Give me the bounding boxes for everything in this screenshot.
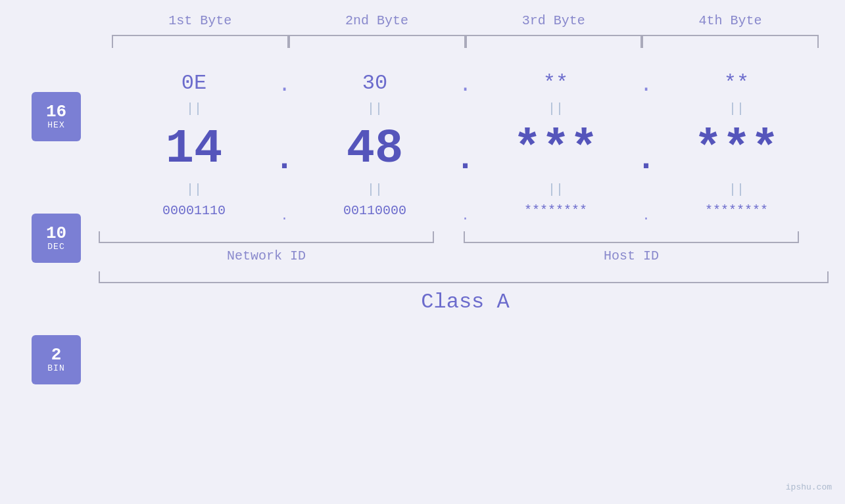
network-id-label: Network ID: [99, 248, 434, 263]
dec-dot-1: .: [270, 121, 299, 178]
dec-row: 14 . 48 . *** . ***: [99, 119, 832, 179]
eq-4: ||: [661, 99, 812, 119]
dec-val-4: ***: [661, 119, 812, 179]
hex-badge-number: 16: [46, 103, 66, 120]
class-label: Class A: [99, 290, 832, 314]
hex-val-1: 0E: [118, 61, 270, 99]
bracket-spacer-1: [434, 231, 464, 243]
class-bracket-container: [99, 271, 832, 283]
hex-row: 0E . 30 . ** . **: [99, 61, 832, 99]
network-id-bracket: [99, 231, 434, 243]
bottom-labels-row: Network ID Host ID: [99, 248, 832, 263]
data-rows: 0E . 30 . ** . ** || || || || 14: [99, 61, 832, 228]
bin-val-1: 00001110: [118, 200, 270, 228]
eq-2: ||: [299, 99, 450, 119]
top-brackets: [99, 35, 832, 48]
host-id-label: Host ID: [464, 248, 799, 263]
bin-row: 00001110 . 00110000 . ******** . *******…: [99, 200, 832, 228]
bin-badge-label: BIN: [47, 363, 64, 373]
badges-column: 16 HEX 10 DEC 2 BIN: [32, 92, 81, 384]
col-header-1: 1st Byte: [112, 13, 289, 28]
label-spacer: [434, 248, 464, 263]
eq2-2: ||: [299, 179, 450, 200]
bin-dot-2: .: [450, 205, 480, 223]
hex-dec-equals-row: || || || ||: [99, 99, 832, 119]
eq2-4: ||: [661, 179, 812, 200]
bracket-4: [642, 35, 819, 48]
bin-badge: 2 BIN: [32, 335, 81, 384]
dec-badge-label: DEC: [47, 242, 64, 252]
bracket-3: [466, 35, 642, 48]
bin-badge-number: 2: [51, 346, 62, 363]
class-outer-bracket: [99, 271, 829, 283]
watermark: ipshu.com: [786, 482, 832, 492]
host-id-bracket: [464, 231, 799, 243]
bin-val-3: ********: [480, 200, 631, 228]
eq2-3: ||: [480, 179, 631, 200]
column-headers: 1st Byte 2nd Byte 3rd Byte 4th Byte: [99, 13, 832, 28]
dec-val-2: 48: [299, 119, 450, 179]
hex-dot-3: .: [631, 63, 661, 97]
col-header-2: 2nd Byte: [289, 13, 466, 28]
content-area: 1st Byte 2nd Byte 3rd Byte 4th Byte 0E .…: [99, 13, 832, 491]
bin-dot-3: .: [631, 205, 661, 223]
bin-val-4: ********: [661, 200, 812, 228]
col-header-4: 4th Byte: [642, 13, 819, 28]
eq-3: ||: [480, 99, 631, 119]
bracket-1: [112, 35, 289, 48]
dec-dot-3: .: [631, 121, 661, 178]
bin-val-2: 00110000: [299, 200, 450, 228]
dec-badge: 10 DEC: [32, 214, 81, 263]
hex-dot-1: .: [270, 63, 299, 97]
hex-badge: 16 HEX: [32, 92, 81, 141]
dec-val-1: 14: [118, 119, 270, 179]
dec-val-3: ***: [480, 119, 631, 179]
hex-val-4: **: [661, 61, 812, 99]
eq-1: ||: [118, 99, 270, 119]
eq2-1: ||: [118, 179, 270, 200]
hex-val-2: 30: [299, 61, 450, 99]
hex-badge-label: HEX: [47, 120, 64, 130]
main-container: 16 HEX 10 DEC 2 BIN 1st Byte 2nd Byte 3r…: [0, 0, 845, 504]
bracket-2: [289, 35, 466, 48]
dec-dot-2: .: [450, 121, 480, 178]
col-header-3: 3rd Byte: [466, 13, 642, 28]
dec-bin-equals-row: || || || ||: [99, 179, 832, 200]
hex-val-3: **: [480, 61, 631, 99]
hex-dot-2: .: [450, 63, 480, 97]
bin-dot-1: .: [270, 205, 299, 223]
bottom-brackets-row: [99, 231, 832, 243]
dec-badge-number: 10: [46, 225, 66, 242]
